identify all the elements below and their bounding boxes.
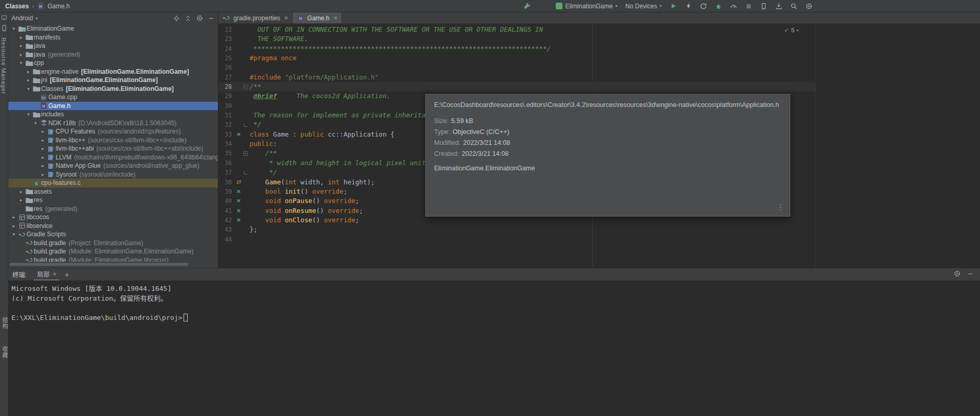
tree-item-cpu-features-sources-android-cpufeatures[interactable]: ▸CPU Features(sources/android/cpufeature…: [8, 127, 218, 136]
code-text[interactable]: */: [249, 168, 277, 177]
terminal-tab-local[interactable]: 局部×: [34, 269, 59, 280]
tree-item-res-generated[interactable]: res(generated): [8, 205, 218, 213]
code-text[interactable]: [249, 235, 250, 244]
code-text[interactable]: #include "platform/Application.h": [249, 73, 378, 82]
tree-item-engine-native[interactable]: ▸engine-native[EliminationGame.Eliminati…: [8, 68, 218, 76]
tree-item-libservice[interactable]: ▸libservice: [8, 222, 218, 231]
collapse-all-icon[interactable]: [185, 15, 191, 22]
device-select[interactable]: No Devices ▾: [623, 2, 664, 10]
code-text[interactable]: Game(int width, int height);: [249, 178, 375, 187]
tree-item-manifests[interactable]: ▸manifests: [8, 33, 218, 42]
settings-gear-icon[interactable]: [803, 1, 815, 11]
hide-terminal-icon[interactable]: [967, 271, 974, 279]
code-text[interactable]: /**: [249, 149, 277, 158]
recursive-call-icon[interactable]: ⇄: [235, 178, 242, 187]
code-line-27[interactable]: 27#include "platform/Application.h": [218, 73, 815, 82]
chevron-right-icon[interactable]: ▸: [40, 146, 46, 151]
chevron-down-icon[interactable]: ▾: [18, 60, 24, 65]
tree-item-eliminationgame[interactable]: ▾EliminationGame: [8, 24, 218, 33]
tree-item-build-gradle-project-eliminationgame[interactable]: build.gradle(Project: EliminationGame): [8, 239, 218, 248]
code-text[interactable]: class Game : public cc::Application {: [249, 130, 394, 139]
close-icon[interactable]: ×: [284, 15, 288, 22]
tab-gradle-properties[interactable]: gradle.properties×: [218, 12, 293, 23]
fold-end-icon[interactable]: [242, 120, 249, 129]
sdk-manager-icon[interactable]: [773, 1, 785, 11]
code-line-25[interactable]: 25#pragma once: [218, 53, 815, 63]
code-line-43[interactable]: 43};: [218, 225, 815, 234]
tree-item-game-cpp[interactable]: C+Game.cpp: [8, 93, 218, 102]
tree-item-assets[interactable]: ▸assets: [8, 187, 218, 196]
new-terminal-tab-button[interactable]: +: [64, 271, 69, 279]
chevron-right-icon[interactable]: ▸: [40, 129, 46, 134]
tool-button-resource-manager[interactable]: Resource Manager: [1, 37, 7, 95]
fold-end-icon[interactable]: [242, 168, 249, 177]
stop-icon[interactable]: [743, 1, 754, 11]
tree-item-java[interactable]: ▸java: [8, 42, 218, 50]
tab-game-h[interactable]: HGame.h×: [293, 12, 342, 23]
sync-icon[interactable]: [698, 1, 709, 11]
fold-marker-icon[interactable]: −: [242, 149, 249, 158]
tree-item-llvm-toolchains-llvm-prebuilt-windows-x86-64-lib64-clang-7[interactable]: ▸LLVM(toolchains\llvm\prebuilt\windows-x…: [8, 153, 218, 162]
gutter-marker-icon[interactable]: ×: [235, 206, 242, 216]
code-text[interactable]: The reason for implement as private inhe…: [249, 111, 449, 120]
code-text[interactable]: @brief The cocos2d Application.: [249, 91, 390, 101]
code-text[interactable]: ****************************************…: [249, 44, 551, 53]
tree-item-jni[interactable]: ▸jni[EliminationGame.EliminationGame]: [8, 76, 218, 85]
chevron-right-icon[interactable]: ▸: [40, 138, 46, 143]
chevron-down-icon[interactable]: ▾: [25, 86, 32, 91]
tree-item-cpp[interactable]: ▾cpp: [8, 59, 218, 68]
terminal-settings-icon[interactable]: [953, 270, 961, 279]
code-text[interactable]: void onClose() override;: [249, 216, 359, 225]
chevron-right-icon[interactable]: ▸: [40, 155, 46, 160]
chevron-right-icon[interactable]: ▸: [25, 77, 32, 83]
project-view-selector[interactable]: Android▾: [11, 15, 37, 22]
breadcrumb-file[interactable]: Game.h: [47, 3, 70, 10]
chevron-down-icon[interactable]: ▾: [32, 120, 39, 126]
tree-item-includes[interactable]: ▾includes: [8, 110, 218, 119]
gutter-marker-icon[interactable]: ×: [235, 130, 242, 139]
chevron-down-icon[interactable]: ▾: [10, 26, 17, 31]
emulator-icon[interactable]: [0, 12, 8, 23]
code-line-44[interactable]: 44: [218, 235, 815, 244]
chevron-right-icon[interactable]: ▸: [18, 197, 24, 203]
tree-item-gradle-scripts[interactable]: ▾Gradle Scripts: [8, 230, 218, 239]
fold-marker-icon[interactable]: −: [242, 82, 249, 91]
close-icon[interactable]: ×: [334, 15, 337, 22]
tree-item-llvm-libc-sources-cxx-stl-llvm-libc-include[interactable]: ▸llvm-libc++(sources/cxx-stl/llvm-libc++…: [8, 136, 218, 145]
locate-file-icon[interactable]: [173, 15, 180, 22]
tree-item-libcocos[interactable]: ▸libcocos: [8, 213, 218, 222]
code-text[interactable]: [249, 101, 250, 111]
build-wrench-icon[interactable]: [521, 1, 532, 11]
profiler-icon[interactable]: [728, 1, 739, 11]
terminal-output[interactable]: Microsoft Windows [版本 10.0.19044.1645](c…: [8, 280, 980, 323]
tree-item-build-gradle-module-eliminationgame-libcocos[interactable]: build.gradle(Module: EliminationGame.lib…: [8, 256, 218, 262]
code-text[interactable]: };: [249, 225, 257, 234]
code-text[interactable]: /**: [249, 82, 262, 91]
run-play-icon[interactable]: [668, 1, 679, 11]
run-configuration-select[interactable]: EliminationGame ▾: [554, 2, 619, 10]
code-line-26[interactable]: 26: [218, 63, 815, 72]
gutter-marker-icon[interactable]: ×: [235, 196, 242, 206]
chevron-right-icon[interactable]: ▸: [10, 214, 17, 220]
code-line-24[interactable]: 24 *************************************…: [218, 44, 815, 53]
tree-item-game-h[interactable]: HGame.h: [8, 102, 218, 111]
inspections-widget[interactable]: ✓ 5 ▾: [784, 26, 799, 34]
options-gear-icon[interactable]: [196, 15, 203, 22]
chevron-right-icon[interactable]: ▸: [18, 43, 24, 48]
chevron-right-icon[interactable]: ▸: [25, 69, 32, 74]
tool-button-structure[interactable]: 结构: [1, 317, 9, 329]
chevron-down-icon[interactable]: ▾: [25, 112, 32, 117]
chevron-right-icon[interactable]: ▸: [40, 172, 46, 177]
hide-panel-icon[interactable]: [208, 15, 215, 22]
chevron-right-icon[interactable]: ▸: [40, 163, 46, 168]
tree-item-classes[interactable]: ▾Classes[EliminationGame.EliminationGame…: [8, 85, 218, 93]
chevron-down-icon[interactable]: ▾: [10, 232, 17, 237]
tool-button-favorites[interactable]: 收藏: [1, 346, 9, 358]
more-options-icon[interactable]: ⋮: [777, 203, 785, 212]
code-text[interactable]: [249, 63, 250, 72]
chevron-right-icon[interactable]: ▸: [18, 189, 24, 194]
code-line-23[interactable]: 23 THE SOFTWARE.: [218, 34, 815, 44]
code-text[interactable]: * width and height in logical pixel unit: [249, 158, 426, 168]
debug-icon[interactable]: [713, 1, 724, 11]
tree-item-ndk-r18b-d-androidsdk-ndk-18-1-5063045[interactable]: ▾NDK r18b(D:\AndroidSDK\ndk\18.1.5063045…: [8, 119, 218, 128]
